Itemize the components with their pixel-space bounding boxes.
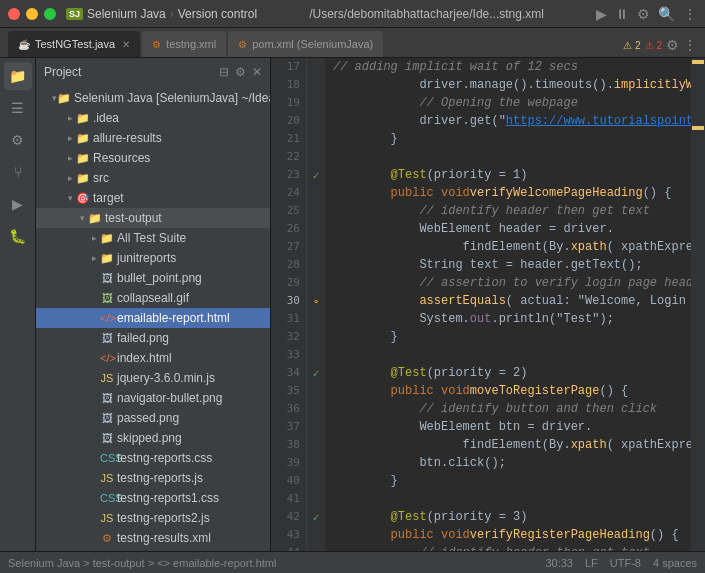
structure-icon[interactable]: ☰ <box>4 94 32 122</box>
tree-label: junitreports <box>117 251 266 265</box>
tree-target[interactable]: ▾ 🎯 target <box>36 188 270 208</box>
tab-label-java: TestNGTest.java <box>35 38 115 50</box>
code-line-33 <box>333 346 683 364</box>
line-num-40: 40 <box>271 472 306 490</box>
minimize-button[interactable] <box>26 8 38 20</box>
close-sidebar-icon[interactable]: ✕ <box>252 65 262 79</box>
tree-label: testng-reports1.css <box>117 491 266 505</box>
folder-icon: 📁 <box>100 252 114 265</box>
tab-testng-xml[interactable]: ⚙ testng.xml <box>142 31 226 57</box>
maximize-button[interactable] <box>44 8 56 20</box>
activity-bar: 📁 ☰ ⚙ ⑂ ▶ 🐛 <box>0 58 36 551</box>
code-editor: 17 18 19 20 21 22 23 24 25 26 27 28 29 3… <box>271 58 705 551</box>
tab-pom-xml[interactable]: ⚙ pom.xml (SeleniumJava) <box>228 31 383 57</box>
tree-testng-css[interactable]: CSS testng-reports.css <box>36 448 270 468</box>
center-path: /Users/debomitabhattacharjee/Ide...stng.… <box>263 7 590 21</box>
code-line-18: driver.manage().timeouts().implicitlyWai… <box>333 76 683 94</box>
encoding[interactable]: UTF-8 <box>610 557 641 569</box>
tree-all-test-suite[interactable]: ▸ 📁 All Test Suite <box>36 228 270 248</box>
tree-collapseall[interactable]: 🖼 collapseall.gif <box>36 288 270 308</box>
layout-icon[interactable]: ⋮ <box>683 37 697 53</box>
project-title: Selenium Java <box>87 7 166 21</box>
tree-junitreports[interactable]: ▸ 📁 junitreports <box>36 248 270 268</box>
tree-skipped-png[interactable]: 🖼 skipped.png <box>36 428 270 448</box>
code-line-28: String text = header.getText(); <box>333 256 683 274</box>
warning-count[interactable]: ⚠ 2 <box>623 40 640 51</box>
tree-resources[interactable]: ▸ 📁 Resources <box>36 148 270 168</box>
run-icon[interactable]: ▶ <box>596 6 607 22</box>
tree-label: collapseall.gif <box>117 291 266 305</box>
code-line-25: // identify header then get text <box>333 202 683 220</box>
tree-label: testng-results.xml <box>117 531 266 545</box>
more-icon[interactable]: ⋮ <box>683 6 697 22</box>
line-num-44: 44 <box>271 544 306 551</box>
code-line-19: // Opening the webpage <box>333 94 683 112</box>
tree-label: Selenium Java [SeleniumJava] ~/IdeaProj <box>74 91 270 105</box>
tree-emailable-report[interactable]: </> emailable-report.html <box>36 308 270 328</box>
tree-label: index.html <box>117 351 266 365</box>
gutter-41 <box>307 490 325 508</box>
js-icon: JS <box>100 372 114 384</box>
js-icon: JS <box>100 472 114 484</box>
tab-close-java[interactable]: ✕ <box>122 39 130 50</box>
tree-navigator-bullet[interactable]: 🖼 navigator-bullet.png <box>36 388 270 408</box>
git-icon[interactable]: ⚙ <box>637 6 650 22</box>
tree-testng-css1[interactable]: CSS testng-reports1.css <box>36 488 270 508</box>
tree-label: skipped.png <box>117 431 266 445</box>
gutter-36 <box>307 400 325 418</box>
tree-label: emailable-report.html <box>117 311 266 325</box>
project-view-icon[interactable]: 📁 <box>4 62 32 90</box>
tree-passed-png[interactable]: 🖼 passed.png <box>36 408 270 428</box>
cursor-position[interactable]: 30:33 <box>545 557 573 569</box>
tree-label: .idea <box>93 111 266 125</box>
line-num-19: 19 <box>271 94 306 112</box>
tab-testng-java[interactable]: ☕ TestNGTest.java ✕ <box>8 31 140 57</box>
tree-label: allure-results <box>93 131 266 145</box>
code-line-40: } <box>333 472 683 490</box>
tree-jquery[interactable]: JS jquery-3.6.0.min.js <box>36 368 270 388</box>
line-num-41: 41 <box>271 490 306 508</box>
tree-bullet-png[interactable]: 🖼 bullet_point.png <box>36 268 270 288</box>
debug-icon[interactable]: ⏸ <box>615 6 629 22</box>
line-num-29: 29 <box>271 274 306 292</box>
gutter-42: ✓ <box>307 508 325 526</box>
folder-icon: 📁 <box>76 132 90 145</box>
debug-activity-icon[interactable]: 🐛 <box>4 222 32 250</box>
title-bar: SJ Selenium Java › Version control /User… <box>0 0 705 28</box>
folder-icon: 📁 <box>76 172 90 185</box>
collapse-all-icon[interactable]: ⊟ <box>219 65 229 79</box>
indent-setting[interactable]: 4 spaces <box>653 557 697 569</box>
gutter-17 <box>307 58 325 76</box>
settings-icon[interactable]: ⚙ <box>235 65 246 79</box>
tree-test-output[interactable]: ▾ 📁 test-output <box>36 208 270 228</box>
code-line-39: btn.click(); <box>333 454 683 472</box>
search-icon[interactable]: 🔍 <box>658 6 675 22</box>
gutter-19 <box>307 94 325 112</box>
tree-src[interactable]: ▸ 📁 src <box>36 168 270 188</box>
tree-root[interactable]: ▾ 📁 Selenium Java [SeleniumJava] ~/IdeaP… <box>36 88 270 108</box>
tree-testng-js[interactable]: JS testng-reports.js <box>36 468 270 488</box>
tree-failed-png[interactable]: 🖼 failed.png <box>36 328 270 348</box>
gutter: ✓ ⚬ ✓ ✓ <box>307 58 325 551</box>
gear-icon[interactable]: ⚙ <box>666 37 679 53</box>
tree-label: testng-reports.js <box>117 471 266 485</box>
line-ending[interactable]: LF <box>585 557 598 569</box>
xml-icon-1: ⚙ <box>152 39 161 50</box>
tree-label: src <box>93 171 266 185</box>
line-num-43: 43 <box>271 526 306 544</box>
tree-index-html[interactable]: </> index.html <box>36 348 270 368</box>
error-count[interactable]: ⚠ 2 <box>645 40 662 51</box>
tree-testng-results[interactable]: ⚙ testng-results.xml <box>36 528 270 548</box>
run-activity-icon[interactable]: ▶ <box>4 190 32 218</box>
right-gutter <box>691 58 705 551</box>
tree-idea[interactable]: ▸ 📁 .idea <box>36 108 270 128</box>
png-icon: 🖼 <box>100 432 114 444</box>
services-icon[interactable]: ⚙ <box>4 126 32 154</box>
tree-allure[interactable]: ▸ 📁 allure-results <box>36 128 270 148</box>
code-area[interactable]: // adding implicit wait of 12 secs drive… <box>325 58 691 551</box>
tree-testng-js2[interactable]: JS testng-reports2.js <box>36 508 270 528</box>
close-button[interactable] <box>8 8 20 20</box>
line-num-42: 42 <box>271 508 306 526</box>
git-activity-icon[interactable]: ⑂ <box>4 158 32 186</box>
project-label: SJ Selenium Java › Version control <box>66 7 257 21</box>
